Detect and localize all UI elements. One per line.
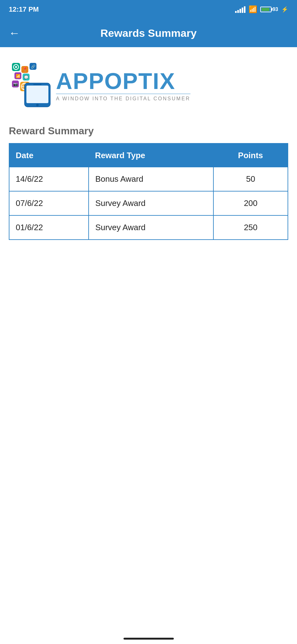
table-row: 14/6/22 Bonus Award 50: [9, 167, 288, 191]
svg-point-20: [36, 104, 39, 106]
logo-container: 📍 🔗 📶 💬 📷: [9, 57, 288, 114]
row2-date: 07/6/22: [9, 191, 89, 215]
col-header-points: Points: [213, 143, 288, 167]
svg-point-2: [15, 66, 17, 68]
row3-type: Survey Award: [89, 215, 213, 240]
svg-rect-19: [26, 86, 48, 103]
section-title: Reward Summary: [9, 125, 288, 137]
battery-icon: 93: [260, 7, 278, 12]
home-bar: [124, 638, 174, 640]
table-row: 01/6/22 Survey Award 250: [9, 215, 288, 240]
row1-type: Bonus Award: [89, 167, 213, 191]
nav-bar: ← Rewards Summary: [0, 19, 297, 47]
svg-text:💬: 💬: [24, 75, 29, 80]
col-header-type: Reward Type: [89, 143, 213, 167]
logo-text: APPOPTIX A WINDOW INTO THE DIGITAL CONSU…: [56, 70, 190, 102]
status-time: 12:17 PM: [9, 5, 39, 14]
svg-text:📍: 📍: [22, 67, 28, 72]
phone-logo-graphic: 📍 🔗 📶 💬 📷: [9, 60, 53, 111]
row1-points: 50: [213, 167, 288, 191]
brand-tagline: A WINDOW INTO THE DIGITAL CONSUMER: [56, 94, 190, 102]
charging-icon: ⚡: [281, 6, 288, 13]
table-header-row: Date Reward Type Points: [9, 143, 288, 167]
back-button[interactable]: ←: [9, 27, 20, 39]
status-bar: 12:17 PM 📶 93 ⚡: [0, 0, 297, 19]
status-icons: 📶 93 ⚡: [235, 5, 288, 14]
row1-date: 14/6/22: [9, 167, 89, 191]
col-header-date: Date: [9, 143, 89, 167]
row3-date: 01/6/22: [9, 215, 89, 240]
svg-text:📷: 📷: [13, 82, 18, 86]
home-indicator: [0, 625, 297, 644]
page-title: Rewards Summary: [26, 27, 271, 39]
svg-text:📶: 📶: [16, 74, 20, 78]
svg-rect-21: [33, 84, 41, 85]
signal-bars-icon: [235, 6, 245, 13]
brand-name: APPOPTIX: [56, 70, 190, 92]
reward-table: Date Reward Type Points 14/6/22 Bonus Aw…: [9, 143, 288, 240]
main-content: 📍 🔗 📶 💬 📷: [0, 47, 297, 625]
wifi-icon: 📶: [249, 5, 257, 14]
row2-type: Survey Award: [89, 191, 213, 215]
battery-percent: 93: [272, 7, 278, 12]
table-row: 07/6/22 Survey Award 200: [9, 191, 288, 215]
svg-text:🔗: 🔗: [31, 64, 36, 69]
row2-points: 200: [213, 191, 288, 215]
row3-points: 250: [213, 215, 288, 240]
